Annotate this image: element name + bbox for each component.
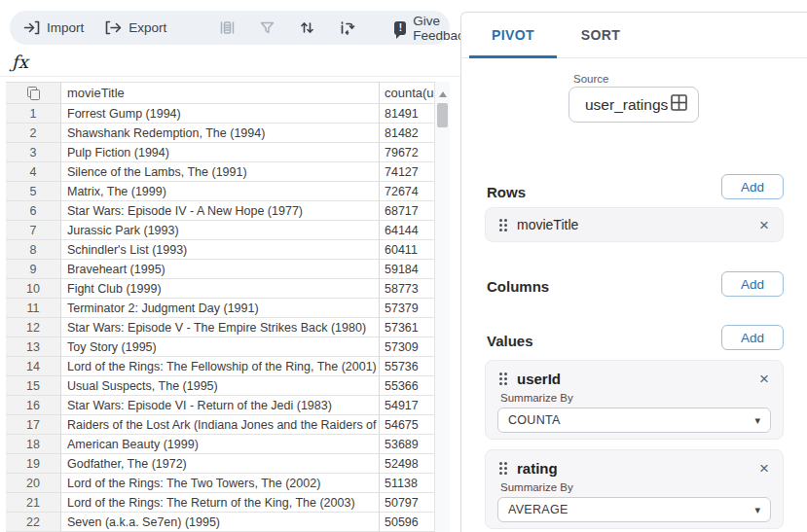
tab-sort[interactable]: SORT — [557, 13, 644, 57]
drag-handle-icon[interactable] — [499, 462, 507, 475]
summarize-by-dropdown[interactable]: COUNTA ▾ — [497, 408, 771, 433]
count-cell[interactable]: 72674 — [380, 182, 434, 201]
column-header-movietitle[interactable]: movieTitle — [61, 83, 380, 104]
count-cell[interactable]: 55736 — [380, 357, 434, 376]
scrollbar-thumb[interactable] — [437, 103, 448, 127]
drag-handle-icon[interactable] — [499, 219, 507, 231]
movie-title-cell[interactable]: Toy Story (1995) — [61, 337, 380, 357]
row-number[interactable]: 17 — [6, 415, 61, 435]
row-number[interactable]: 10 — [6, 279, 61, 299]
drag-handle-icon[interactable] — [499, 372, 507, 385]
row-number[interactable]: 2 — [6, 124, 61, 143]
movie-title-cell[interactable]: Star Wars: Episode IV - A New Hope (1977… — [61, 201, 380, 221]
remove-field-icon[interactable]: × — [759, 460, 769, 477]
rows-field-movietitle[interactable]: movieTitle × — [485, 207, 784, 242]
export-button[interactable]: Export — [105, 19, 166, 36]
column-stats-icon[interactable] — [219, 19, 236, 36]
grid-vertical-scrollbar[interactable] — [434, 82, 450, 532]
movie-title-cell[interactable]: Pulp Fiction (1994) — [61, 143, 380, 162]
movie-title-cell[interactable]: Star Wars: Episode VI - Return of the Je… — [61, 396, 380, 415]
count-cell[interactable]: 50797 — [380, 493, 434, 513]
sort-icon[interactable] — [299, 19, 315, 36]
row-number[interactable]: 5 — [6, 182, 61, 201]
count-cell[interactable]: 54675 — [380, 415, 434, 435]
movie-title-cell[interactable]: Godfather, The (1972) — [61, 454, 380, 474]
count-cell[interactable]: 54917 — [380, 396, 434, 415]
row-number[interactable]: 7 — [6, 221, 61, 240]
movie-title-cell[interactable]: Braveheart (1995) — [61, 260, 380, 279]
count-cell[interactable]: 50596 — [380, 513, 434, 532]
count-cell[interactable]: 64144 — [380, 221, 434, 240]
row-number[interactable]: 22 — [6, 513, 61, 532]
table-row: 9 Braveheart (1995) 59184 — [6, 260, 434, 279]
row-number[interactable]: 9 — [6, 260, 61, 279]
movie-title-cell[interactable]: Lord of the Rings: The Fellowship of the… — [61, 357, 380, 376]
summarize-by-value: COUNTA — [508, 413, 754, 427]
remove-field-icon[interactable]: × — [759, 217, 769, 233]
count-cell[interactable]: 53689 — [380, 435, 434, 454]
row-number[interactable]: 21 — [6, 493, 61, 513]
count-cell[interactable]: 74127 — [380, 162, 434, 182]
movie-title-cell[interactable]: American Beauty (1999) — [61, 435, 380, 454]
values-add-button[interactable]: Add — [721, 325, 784, 350]
movie-title-cell[interactable]: Seven (a.k.a. Se7en) (1995) — [61, 513, 380, 532]
movie-title-cell[interactable]: Schindler's List (1993) — [61, 240, 380, 260]
movie-title-cell[interactable]: Raiders of the Lost Ark (Indiana Jones a… — [61, 415, 380, 435]
count-cell[interactable]: 57361 — [380, 318, 434, 337]
pivot-icon[interactable] — [339, 19, 355, 36]
table-row: 10 Fight Club (1999) 58773 — [6, 279, 434, 299]
row-number[interactable]: 20 — [6, 474, 61, 493]
count-cell[interactable]: 68717 — [380, 201, 434, 221]
row-number[interactable]: 12 — [6, 318, 61, 337]
table-row: 13 Toy Story (1995) 57309 — [6, 337, 434, 357]
formula-input[interactable] — [38, 47, 460, 76]
movie-title-cell[interactable]: Star Wars: Episode V - The Empire Strike… — [61, 318, 380, 337]
columns-add-button[interactable]: Add — [721, 271, 784, 297]
count-cell[interactable]: 79672 — [380, 143, 434, 162]
movie-title-cell[interactable]: Silence of the Lambs, The (1991) — [61, 162, 380, 182]
row-number[interactable]: 15 — [6, 376, 61, 396]
count-cell[interactable]: 52498 — [380, 454, 434, 474]
count-cell[interactable]: 57309 — [380, 337, 434, 357]
movie-title-cell[interactable]: Lord of the Rings: The Two Towers, The (… — [61, 474, 380, 493]
remove-field-icon[interactable]: × — [759, 371, 769, 387]
row-number[interactable]: 16 — [6, 396, 61, 415]
summarize-by-dropdown[interactable]: AVERAGE ▾ — [497, 497, 771, 522]
column-header-counta[interactable]: counta(userId) — [380, 83, 434, 104]
count-cell[interactable]: 55366 — [380, 376, 434, 396]
row-number[interactable]: 6 — [6, 201, 61, 221]
movie-title-cell[interactable]: Shawshank Redemption, The (1994) — [61, 124, 380, 143]
filter-icon[interactable] — [259, 19, 275, 36]
row-number[interactable]: 13 — [6, 337, 61, 357]
count-cell[interactable]: 81491 — [380, 104, 434, 124]
movie-title-cell[interactable]: Jurassic Park (1993) — [61, 221, 380, 240]
count-cell[interactable]: 60411 — [380, 240, 434, 260]
row-number[interactable]: 4 — [6, 162, 61, 182]
toolbar: Import Export ! G — [10, 11, 450, 45]
count-cell[interactable]: 57379 — [380, 299, 434, 318]
row-number[interactable]: 1 — [6, 104, 61, 124]
movie-title-cell[interactable]: Usual Suspects, The (1995) — [61, 376, 380, 396]
row-number[interactable]: 19 — [6, 454, 61, 474]
table-row: 12 Star Wars: Episode V - The Empire Str… — [6, 318, 434, 337]
count-cell[interactable]: 59184 — [380, 260, 434, 279]
row-number[interactable]: 18 — [6, 435, 61, 454]
tab-pivot[interactable]: PIVOT — [469, 13, 557, 57]
row-number[interactable]: 8 — [6, 240, 61, 260]
movie-title-cell[interactable]: Fight Club (1999) — [61, 279, 380, 299]
import-button[interactable]: Import — [23, 19, 84, 36]
row-number[interactable]: 14 — [6, 357, 61, 376]
movie-title-cell[interactable]: Terminator 2: Judgment Day (1991) — [61, 299, 380, 318]
movie-title-cell[interactable]: Lord of the Rings: The Return of the Kin… — [61, 493, 380, 513]
row-number[interactable]: 3 — [6, 143, 61, 162]
source-selector[interactable]: user_ratings — [569, 87, 699, 123]
movie-title-cell[interactable]: Forrest Gump (1994) — [61, 104, 380, 124]
count-cell[interactable]: 58773 — [380, 279, 434, 299]
select-all-cell[interactable] — [6, 83, 61, 104]
count-cell[interactable]: 81482 — [380, 124, 434, 143]
count-cell[interactable]: 51138 — [380, 474, 434, 493]
movie-title-cell[interactable]: Matrix, The (1999) — [61, 182, 380, 201]
row-number[interactable]: 11 — [6, 299, 61, 318]
scroll-up-arrow-icon[interactable] — [439, 88, 447, 97]
rows-add-button[interactable]: Add — [721, 174, 784, 199]
